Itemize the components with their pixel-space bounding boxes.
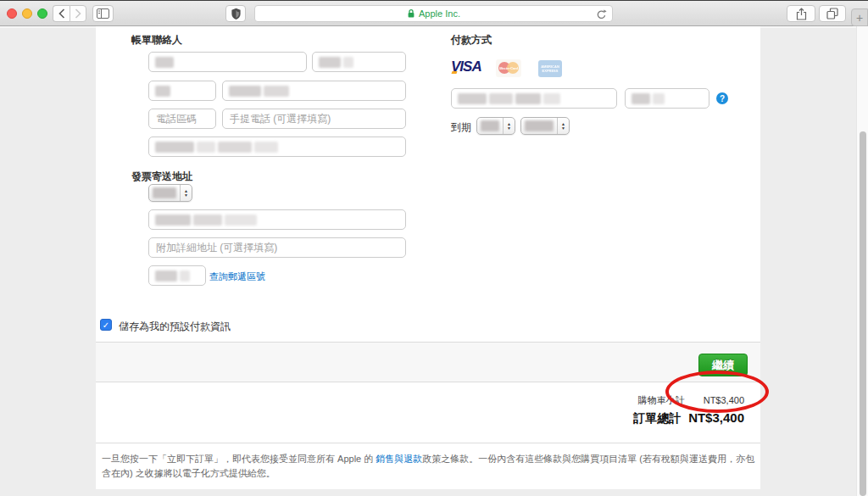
content-blocker-extension-button[interactable]	[225, 5, 246, 22]
select-stepper-icon: ▲▼	[557, 118, 569, 134]
select-stepper-icon: ▲▼	[503, 118, 515, 134]
refresh-icon	[596, 9, 607, 20]
postal-code-lookup-link[interactable]: 查詢郵遞區號	[209, 270, 265, 283]
amex-logo: AMERICAN EXPRESS	[538, 60, 562, 77]
browser-toolbar: Apple Inc. +	[0, 0, 868, 26]
save-default-checkbox[interactable]: ✓	[100, 319, 112, 331]
invoice-address-title: 發票寄送地址	[131, 170, 192, 184]
expiry-year-select[interactable]: ▲▼	[520, 117, 570, 135]
postal-code-field[interactable]	[148, 265, 206, 286]
continue-band	[96, 343, 760, 382]
close-window-button[interactable]	[7, 8, 17, 19]
question-mark-icon: ?	[720, 94, 725, 103]
security-code-field[interactable]	[625, 88, 709, 109]
checkout-content: 帳單聯絡人 發票寄送地址 ▲▼	[96, 26, 760, 489]
redacted-value	[313, 53, 405, 71]
minimize-window-button[interactable]	[22, 8, 32, 19]
expiry-month-select[interactable]: ▲▼	[476, 117, 515, 135]
show-all-tabs-button[interactable]	[819, 5, 846, 22]
lock-icon	[407, 8, 415, 19]
expiry-label: 到期	[451, 120, 471, 135]
redacted-value	[149, 53, 306, 71]
first-name-field[interactable]	[312, 52, 406, 72]
total-label: 訂單總計	[633, 411, 681, 426]
mobile-area-code-field[interactable]	[148, 109, 216, 129]
back-button[interactable]	[53, 5, 70, 22]
redacted-value	[626, 89, 709, 108]
page-background: 帳單聯絡人 發票寄送地址 ▲▼	[0, 26, 868, 496]
plus-icon: +	[856, 11, 863, 25]
redacted-value	[477, 118, 503, 134]
payment-method-title: 付款方式	[451, 33, 492, 47]
new-tab-button[interactable]: +	[851, 8, 868, 26]
mobile-phone-field[interactable]	[222, 109, 406, 129]
redacted-value	[149, 185, 180, 201]
terms-text: 一旦您按一下「立即下訂單」，即代表您接受並同意所有 Apple 的 銷售與退款政…	[102, 452, 758, 481]
redacted-value	[149, 81, 215, 100]
redacted-value	[521, 118, 557, 134]
divider	[96, 443, 760, 443]
back-icon	[58, 8, 65, 19]
total-row: 訂單總計 NT$3,400	[633, 410, 744, 426]
email-field[interactable]	[148, 137, 406, 157]
check-icon: ✓	[103, 320, 109, 330]
divider	[96, 382, 760, 382]
safari-window: Apple Inc. +	[0, 0, 868, 496]
terms-text-before: 一旦您按一下「立即下訂單」，即代表您接受並同意所有 Apple 的	[102, 454, 376, 464]
billing-contact-title: 帳單聯絡人	[131, 33, 182, 47]
address-bar[interactable]: Apple Inc.	[254, 5, 613, 22]
select-stepper-icon: ▲▼	[180, 185, 192, 201]
scrollbar-thumb[interactable]	[860, 131, 866, 496]
sales-refund-policy-link[interactable]: 銷售與退款	[376, 454, 422, 464]
redacted-value	[223, 81, 405, 100]
sidebar-icon	[97, 8, 109, 19]
scrollbar-track[interactable]	[856, 26, 868, 496]
refresh-button[interactable]	[596, 8, 607, 24]
street-address-field[interactable]	[148, 209, 406, 230]
sidebar-button[interactable]	[92, 5, 114, 22]
mastercard-logo: MasterCard	[496, 59, 521, 77]
redacted-value	[149, 137, 405, 156]
nav-buttons	[53, 5, 86, 22]
card-number-field[interactable]	[451, 88, 617, 109]
forward-icon	[75, 8, 81, 19]
phone-number-field[interactable]	[222, 81, 406, 101]
annotation-ellipse	[665, 371, 769, 413]
visa-logo: VISA	[451, 59, 481, 75]
share-icon	[796, 8, 807, 20]
city-select[interactable]: ▲▼	[148, 184, 192, 202]
redacted-value	[452, 89, 616, 108]
share-button[interactable]	[787, 5, 815, 22]
security-code-help-button[interactable]: ?	[716, 92, 728, 104]
address-text: Apple Inc.	[419, 8, 460, 19]
shield-icon	[231, 8, 242, 20]
tabs-overview-icon	[826, 8, 838, 20]
last-name-field[interactable]	[148, 52, 307, 72]
redacted-value	[149, 266, 205, 285]
redacted-value	[149, 210, 405, 229]
zoom-window-button[interactable]	[37, 8, 47, 19]
visa-orange-accent	[451, 71, 457, 74]
phone-area-code-field[interactable]	[148, 81, 216, 101]
forward-button[interactable]	[70, 5, 86, 22]
save-default-label: 儲存為我的預設付款資訊	[119, 320, 231, 334]
address-line2-field[interactable]	[148, 237, 406, 258]
